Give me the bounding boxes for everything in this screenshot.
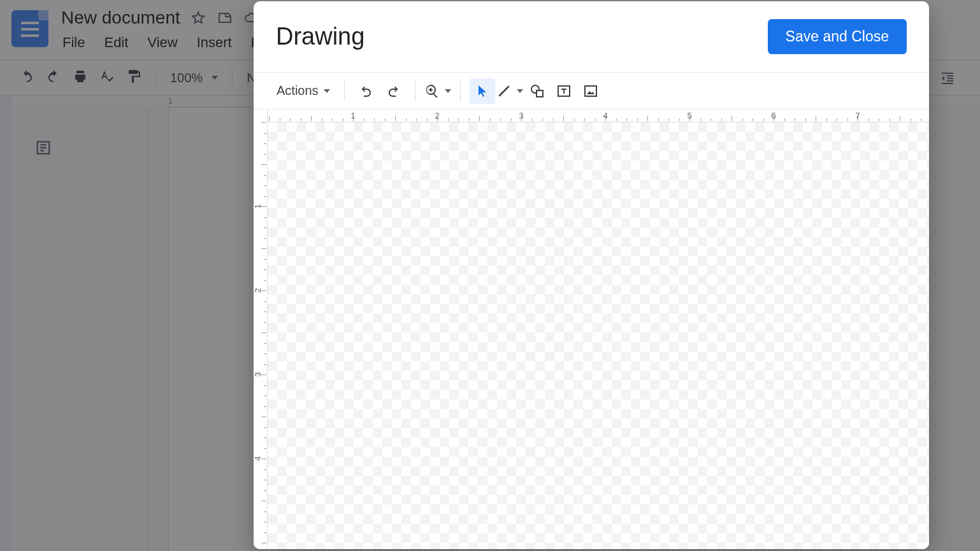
save-and-close-button[interactable]: Save and Close xyxy=(768,19,907,54)
ruler-tick xyxy=(264,154,266,155)
ruler-tick xyxy=(784,118,785,121)
ruler-tick xyxy=(264,396,266,396)
ruler-tick xyxy=(264,385,266,386)
ruler-tick xyxy=(837,118,837,121)
ruler-tick xyxy=(448,118,449,121)
ruler-tick xyxy=(816,116,816,121)
ruler-tick xyxy=(427,118,428,121)
ruler-label: 3 xyxy=(519,111,523,120)
ruler-tick xyxy=(264,427,266,428)
ruler-tick xyxy=(616,118,617,121)
drawing-v-ruler[interactable]: 1234 xyxy=(254,110,268,549)
ruler-tick xyxy=(264,196,266,197)
ruler-label: 4 xyxy=(603,111,607,120)
ruler-label: 3 xyxy=(254,372,263,376)
ruler-tick xyxy=(458,118,459,121)
ruler-tick xyxy=(264,438,266,438)
ruler-tick xyxy=(890,118,890,121)
ruler-tick xyxy=(269,116,270,121)
ruler-tick xyxy=(343,118,343,121)
ruler-tick xyxy=(264,406,266,407)
ruler-tick xyxy=(868,118,869,121)
ruler-label: 6 xyxy=(771,111,775,120)
ruler-label: 2 xyxy=(435,111,439,120)
ruler-tick xyxy=(264,533,266,533)
ruler-tick xyxy=(290,118,291,121)
separator xyxy=(344,81,345,101)
ruler-tick xyxy=(731,116,732,121)
ruler-tick xyxy=(264,301,266,302)
image-tool[interactable] xyxy=(578,78,603,104)
drawing-canvas[interactable] xyxy=(268,122,929,549)
ruler-tick xyxy=(264,185,266,186)
ruler-tick xyxy=(532,118,533,121)
ruler-tick xyxy=(847,118,848,121)
ruler-tick xyxy=(264,522,266,522)
ruler-tick xyxy=(385,118,386,121)
line-tool[interactable] xyxy=(496,78,523,104)
ruler-tick xyxy=(322,118,322,121)
ruler-tick xyxy=(264,480,266,480)
ruler-tick xyxy=(595,118,596,121)
ruler-tick xyxy=(264,469,266,470)
ruler-tick xyxy=(626,118,627,121)
undo-button[interactable] xyxy=(354,78,379,104)
drawing-canvas-wrap: 1234 1234567 xyxy=(254,110,929,549)
ruler-tick xyxy=(374,118,375,121)
chevron-down-icon xyxy=(517,89,523,93)
redo-button[interactable] xyxy=(380,78,406,104)
ruler-tick xyxy=(637,118,638,121)
modal-header: Drawing Save and Close xyxy=(254,1,929,73)
ruler-tick xyxy=(264,322,266,323)
ruler-label: 5 xyxy=(687,111,691,120)
ruler-tick xyxy=(879,118,879,121)
ruler-tick xyxy=(710,118,711,121)
chevron-down-icon xyxy=(445,89,451,93)
svg-rect-4 xyxy=(585,86,596,96)
ruler-tick xyxy=(416,118,417,121)
ruler-tick xyxy=(574,118,575,121)
ruler-tick xyxy=(261,543,266,543)
ruler-tick xyxy=(264,238,266,239)
ruler-tick xyxy=(753,118,753,121)
shape-tool[interactable] xyxy=(524,78,550,104)
ruler-tick xyxy=(261,122,266,123)
ruler-tick xyxy=(921,118,921,121)
actions-label: Actions xyxy=(277,83,319,98)
ruler-tick xyxy=(763,118,764,121)
ruler-label: 2 xyxy=(254,288,263,292)
svg-rect-2 xyxy=(537,90,543,97)
ruler-tick xyxy=(264,175,266,176)
ruler-tick xyxy=(553,118,554,121)
ruler-tick xyxy=(542,118,543,121)
ruler-tick xyxy=(261,501,266,501)
ruler-tick xyxy=(469,118,470,121)
ruler-tick xyxy=(658,118,659,121)
drawing-h-ruler[interactable]: 1234567 xyxy=(268,110,929,122)
chevron-down-icon xyxy=(324,89,330,93)
zoom-button[interactable] xyxy=(424,78,451,104)
ruler-label: 7 xyxy=(855,111,860,120)
select-tool[interactable] xyxy=(470,78,495,104)
actions-menu[interactable]: Actions xyxy=(271,78,335,104)
ruler-tick xyxy=(742,118,743,121)
ruler-tick xyxy=(826,118,827,121)
ruler-tick xyxy=(721,118,722,121)
ruler-tick xyxy=(490,118,491,121)
ruler-tick xyxy=(584,118,585,121)
ruler-tick xyxy=(668,118,669,121)
ruler-tick xyxy=(264,364,266,365)
ruler-tick xyxy=(264,280,266,281)
ruler-tick xyxy=(364,118,364,121)
ruler-tick xyxy=(395,116,396,121)
ruler-tick xyxy=(264,143,266,144)
drawing-modal: Drawing Save and Close Actions xyxy=(254,1,929,549)
ruler-tick xyxy=(261,248,266,249)
ruler-tick xyxy=(332,118,333,121)
ruler-tick xyxy=(679,118,680,121)
ruler-tick xyxy=(261,417,266,417)
ruler-tick xyxy=(500,118,501,121)
textbox-tool[interactable] xyxy=(551,78,577,104)
ruler-tick xyxy=(805,118,806,121)
ruler-tick xyxy=(264,311,266,312)
